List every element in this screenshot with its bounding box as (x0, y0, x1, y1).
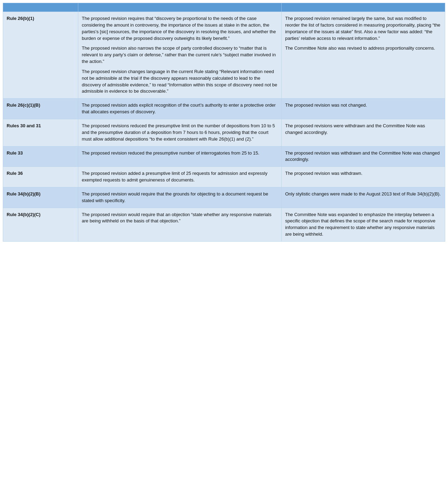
rule-name-cell: Rule 33 (3, 146, 78, 167)
aug-paragraph: The proposed revisions reduced the presu… (82, 123, 278, 143)
mod-paragraph: The proposed revision was not changed. (285, 102, 441, 109)
header-aug-col (78, 3, 282, 12)
mod-amendment-cell: The proposed revision was withdrawn and … (281, 146, 445, 167)
rule-name-cell: Rule 26(c)(1)(B) (3, 99, 78, 119)
aug-amendment-cell: The proposed revisions reduced the presu… (78, 119, 282, 146)
mod-paragraph: The proposed revisions were withdrawn an… (285, 123, 441, 136)
mod-paragraph: The Committee Note also was revised to a… (285, 45, 441, 52)
mod-paragraph: Only stylistic changes were made to the … (285, 191, 441, 198)
mod-amendment-cell: The proposed revision was withdrawn. (281, 167, 445, 187)
mod-amendment-cell: The proposed revisions were withdrawn an… (281, 119, 445, 146)
aug-paragraph: The proposed revision changes language i… (82, 69, 278, 95)
mod-paragraph: The proposed revision was withdrawn and … (285, 150, 441, 163)
aug-amendment-cell: The proposed revision added a presumptiv… (78, 167, 282, 187)
aug-paragraph: The proposed revision also narrows the s… (82, 45, 278, 65)
header-mod-col (281, 3, 445, 12)
mod-amendment-cell: Only stylistic changes were made to the … (281, 187, 445, 208)
aug-paragraph: The proposed revision would require that… (82, 191, 278, 204)
aug-amendment-cell: The proposed revision reduced the presum… (78, 146, 282, 167)
aug-amendment-cell: The proposed revision would require that… (78, 208, 282, 241)
rule-name-cell: Rule 26(b)(1) (3, 12, 78, 99)
mod-paragraph: The proposed revision was withdrawn. (285, 170, 441, 177)
aug-paragraph: The proposed revision requires that “dis… (82, 15, 278, 42)
aug-paragraph: The proposed revision added a presumptiv… (82, 170, 278, 184)
header-rule-col (3, 3, 78, 12)
aug-paragraph: The proposed revision adds explicit reco… (82, 102, 278, 115)
mod-amendment-cell: The Committee Note was expanded to empha… (281, 208, 445, 241)
aug-paragraph: The proposed revision would require that… (82, 212, 278, 225)
mod-paragraph: The proposed revision remained largely t… (285, 15, 441, 42)
aug-amendment-cell: The proposed revision requires that “dis… (78, 12, 282, 99)
rule-name-cell: Rule 36 (3, 167, 78, 187)
rule-name-cell: Rules 30 and 31 (3, 119, 78, 146)
mod-amendment-cell: The proposed revision was not changed. (281, 99, 445, 119)
mod-paragraph: The Committee Note was expanded to empha… (285, 212, 441, 238)
aug-paragraph: The proposed revision reduced the presum… (82, 150, 278, 157)
rule-name-cell: Rule 34(b)(2)(C) (3, 208, 78, 241)
mod-amendment-cell: The proposed revision remained largely t… (281, 12, 445, 99)
aug-amendment-cell: The proposed revision adds explicit reco… (78, 99, 282, 119)
aug-amendment-cell: The proposed revision would require that… (78, 187, 282, 208)
rule-name-cell: Rule 34(b)(2)(B) (3, 187, 78, 208)
